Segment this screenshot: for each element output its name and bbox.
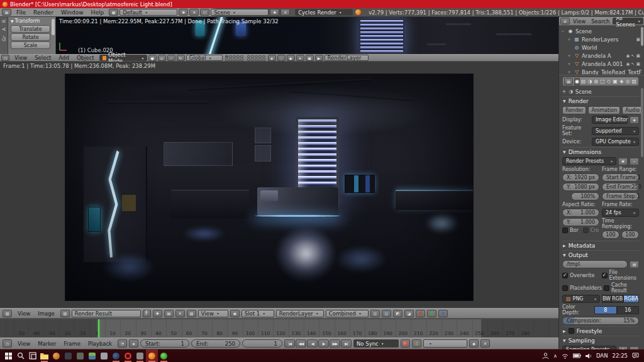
aspect-x-field[interactable]: X:1.000 [562,209,599,217]
panel-header-freestyle[interactable]: ▶Freestyle [562,326,639,335]
preset-remove-button[interactable]: − [630,158,639,165]
frame-rate-select[interactable]: 24 fps▾ [602,209,639,217]
wifi-icon[interactable] [562,353,569,359]
channel-color-icon[interactable]: ▥ [382,310,391,317]
end-frame-prop-field[interactable]: End Fram:250 [602,183,639,191]
playback-button[interactable]: |◀ [284,339,295,348]
viewport-menu-item[interactable]: Add [55,55,72,61]
editor-type-timeline-icon[interactable]: ◷ [3,339,12,348]
tray-language[interactable]: DAN [596,353,608,359]
channel-color-alpha-icon[interactable]: ▥ [370,310,380,317]
outliner-filter-select[interactable]: All Scenes▾ [613,18,643,25]
audio-button[interactable]: Audio [622,106,643,114]
tray-clock[interactable]: 22:25 [613,353,628,359]
outliner-row-renderlayers[interactable]: +▦RenderLayers ▣ [560,35,643,43]
pin-breadcrumb-icon[interactable]: ✛ [562,89,566,94]
end-frame-field[interactable]: End:250 [191,339,240,348]
frame-step-field[interactable]: Frame Step:1 [602,192,639,200]
timeline-menu-item[interactable]: Playback [84,341,116,347]
snap-magnet-icon[interactable]: ◆ [287,55,295,61]
image-editor[interactable]: Frame:1 | Time:13:05.78 | Mem:236.08M, P… [0,62,558,308]
menu-item[interactable]: Render [30,9,57,16]
start-frame-prop-field[interactable]: Start Frame:1 [602,173,639,182]
tab-data[interactable]: ◈ [619,78,625,85]
tab-render-layers[interactable]: ▤ [580,78,586,85]
current-frame-field[interactable]: 1 [242,339,282,348]
people-icon[interactable] [542,353,549,359]
color-mode-rgba[interactable]: RGBA [623,295,639,303]
toolshelf-tabs[interactable]: R A Gr [0,17,8,54]
editor-type-outliner-icon[interactable]: ≡ [560,18,570,25]
panel-header-output[interactable]: ▼Output [562,250,639,259]
viewport-menu-item[interactable]: Object [73,55,98,61]
battery-icon[interactable] [573,353,581,358]
snap-element-icon[interactable]: ▾ [296,55,304,61]
translate-button[interactable]: Translate [11,25,50,33]
tab-render[interactable]: ◉ [574,78,580,85]
image-view-select[interactable]: View▾ [198,310,228,317]
feature-set-select[interactable]: Supported▾ [592,127,639,135]
unlink-image-button[interactable]: ✕ [175,310,185,317]
resolution-y-field[interactable]: Y:1080 px [562,183,599,191]
app-folder2-icon[interactable] [134,349,146,362]
timeline-menu-item[interactable]: Marker [34,341,60,347]
proportional-edit-icon[interactable]: ◌ [277,55,286,61]
transform-panel-header[interactable]: ▼ Transform [11,18,50,24]
channel-z-icon[interactable]: ◪ [404,310,414,317]
resolution-x-field[interactable]: X:1920 px [562,173,599,182]
scene-browse-icon[interactable]: ◰ [200,9,209,16]
editor-type-icon[interactable]: ▤ [2,9,11,16]
toolshelf-tab[interactable]: A [1,28,7,31]
playback-button[interactable]: ◀◀ [296,339,306,348]
file-format-select[interactable]: ▨PNG▾ [562,295,600,303]
panel-header-render[interactable]: ▼Render [562,96,639,105]
selectability-icon[interactable]: ↖ [631,53,635,58]
display-select[interactable]: Image Editor▾ [592,116,628,124]
blender-taskbar-icon[interactable] [146,349,158,362]
scene-close-button[interactable]: ✕ [280,9,290,16]
tab-world[interactable]: ◍ [593,78,599,85]
renderlayer-camera-icon[interactable]: ▣ [636,37,640,42]
renderability-icon[interactable]: ▣ [636,62,640,67]
render-button[interactable]: Render [562,106,586,114]
channel-red-icon[interactable] [416,310,425,317]
editor-type-3dview-icon[interactable]: ◳ [1,55,9,61]
aspect-y-field[interactable]: Y:1.000 [562,218,599,226]
timeline-menu-item[interactable]: Frame [60,341,84,347]
channel-green-icon[interactable] [427,310,436,317]
output-path-field[interactable]: /tmp\ [562,260,628,268]
scale-button[interactable]: Scale [11,41,50,49]
output-folder-button[interactable]: ▤ [630,261,639,268]
editor-type-image-icon[interactable]: ▨ [3,310,12,317]
layout-add-button[interactable]: ✚ [179,9,188,16]
tray-expand-icon[interactable]: ∧ [553,353,557,359]
remap-new-field[interactable]: 100 [621,231,639,239]
opera-icon[interactable] [122,349,134,362]
color-mode-rgb[interactable]: RGB [611,295,623,303]
scene-add-button[interactable]: ✚ [270,9,279,16]
app-stats-icon[interactable] [86,349,98,362]
app-notes-icon[interactable] [98,349,110,362]
notification-icon[interactable] [632,353,639,359]
properties-scrollbar[interactable] [641,88,643,157]
titlebar[interactable]: Blender* [C:\Users\markus\Desktop\atmosf… [0,0,644,8]
playback-button[interactable]: ▶▶ [330,339,340,348]
auto-keyframe-button[interactable] [401,339,410,348]
screen-layout-icon[interactable]: ▦ [109,9,118,16]
screen-layout-field[interactable]: Default▾ [119,9,177,16]
toolshelf-scrollbar[interactable] [52,19,55,35]
playback-button[interactable]: ◀ [307,339,318,348]
render-engine-select[interactable]: Cycles Render▾ [295,9,353,16]
outliner-menu-view[interactable]: View [570,18,588,25]
manipulator-rotate-icon[interactable]: ↻ [177,55,185,61]
tab-texture[interactable]: ▨ [631,78,637,85]
outliner-row-bandy[interactable]: +▽Bandy_TeleRead_TextF ◉↖▣ [560,68,643,75]
remap-old-field[interactable]: 100 [602,231,619,239]
delete-keyframe-button[interactable]: ✕ [480,339,490,348]
pass-select[interactable]: Combined▾ [326,310,369,317]
menu-item[interactable]: Help [87,9,108,16]
outliner-row-world[interactable]: ◍World [560,43,643,52]
tab-constraints[interactable]: ◇ [606,78,611,85]
speaker-icon[interactable] [586,353,592,359]
preset-add-button[interactable]: ✚ [618,158,628,165]
